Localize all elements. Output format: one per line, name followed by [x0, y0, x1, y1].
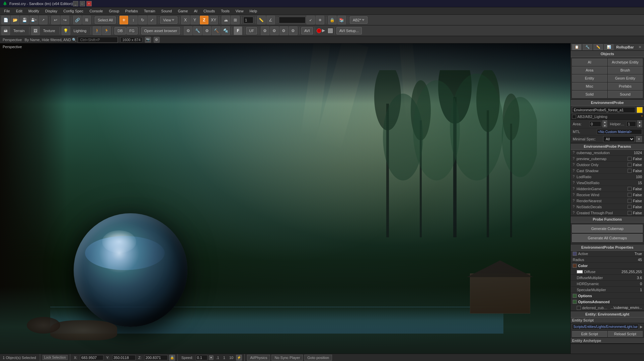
menu-modify[interactable]: Modify — [26, 8, 42, 14]
menu-file[interactable]: File — [1, 8, 13, 14]
obj-btn-brush[interactable]: Brush — [608, 67, 643, 74]
unlink-tool[interactable]: ⛓ — [82, 16, 91, 24]
undo-button[interactable]: ↩ — [51, 16, 60, 24]
y-axis-button[interactable]: Y — [190, 16, 199, 24]
settings-icon3[interactable]: ⚙ — [279, 26, 288, 35]
settings-icon1[interactable]: ⚙ — [261, 26, 269, 35]
obj-btn-prefabs[interactable]: Prefabs — [608, 83, 643, 90]
angle-tool[interactable]: ∠ — [266, 16, 275, 24]
param-outdoor-check[interactable] — [628, 163, 632, 167]
db-button[interactable]: DB — [114, 27, 126, 34]
move-tool[interactable]: ↕ — [129, 16, 138, 24]
generate-cubemap-button[interactable]: Generate Cubemap — [572, 225, 643, 233]
rollup-tab-objects[interactable]: 📋 — [572, 44, 581, 50]
f-button[interactable]: F — [234, 26, 242, 35]
menu-display[interactable]: Display — [43, 8, 60, 14]
speed-dot[interactable]: ● — [209, 355, 214, 360]
record-button[interactable] — [317, 28, 321, 33]
select-all-button[interactable]: Select All — [95, 16, 116, 24]
goto-position-button[interactable]: Goto position — [304, 355, 332, 361]
param-hidden-check[interactable] — [628, 187, 632, 191]
scale-tool[interactable]: ⤢ — [148, 16, 156, 24]
menu-console[interactable]: Console — [87, 8, 105, 14]
close-button[interactable]: × — [86, 1, 92, 6]
prop-active-check[interactable] — [573, 252, 577, 256]
menu-view[interactable]: View — [233, 8, 246, 14]
minimal-spec-btn[interactable]: ▼ — [636, 136, 642, 142]
camera-input[interactable] — [279, 17, 306, 23]
viewport-settings[interactable]: ⚙ — [154, 37, 160, 43]
menu-group[interactable]: Group — [106, 8, 122, 14]
new-button[interactable]: 📄 — [1, 16, 10, 24]
texture-mode[interactable]: Texture — [41, 26, 58, 35]
camera-btn2[interactable]: ⊕ — [316, 16, 324, 24]
obj-btn-entity[interactable]: Entity — [572, 75, 607, 82]
snapshot-button[interactable]: 📷 — [145, 37, 151, 43]
rollup-tab-edit[interactable]: ✏️ — [593, 44, 603, 50]
3d-viewport[interactable]: Perspective — [0, 43, 570, 354]
prop-color-expand[interactable] — [573, 264, 577, 268]
tb2-tool2[interactable]: 🔧 — [193, 26, 202, 35]
menu-prefabs[interactable]: Prefabs — [123, 8, 141, 14]
ai-person-icon[interactable]: 🚶 — [93, 26, 101, 35]
add-object-button[interactable]: + — [119, 16, 128, 24]
texture-icon[interactable]: 🖼 — [31, 26, 40, 35]
avi-setup-button[interactable]: AVI Setup... — [336, 27, 362, 34]
x-coord-input[interactable] — [80, 355, 103, 360]
speed-input[interactable] — [196, 355, 208, 360]
prop-options-adv-expand[interactable] — [573, 300, 577, 304]
rollup-tab-settings[interactable]: 🔧 — [583, 44, 592, 50]
menu-help[interactable]: Help — [247, 8, 260, 14]
speed-icon[interactable]: ⚡ — [236, 355, 242, 361]
param-cast-shadow-check[interactable] — [628, 169, 632, 173]
settings-icon2[interactable]: ⚙ — [270, 26, 279, 35]
tb2-tool3[interactable]: ⚙ — [203, 26, 211, 35]
link-tool[interactable]: 🔗 — [73, 16, 82, 24]
x-axis-button[interactable]: X — [181, 16, 190, 24]
menu-config-spec[interactable]: Config Spec — [61, 8, 86, 14]
area-down[interactable]: ▼ — [602, 124, 607, 127]
menu-tools[interactable]: Tools — [218, 8, 232, 14]
obj-btn-misc[interactable]: Misc — [572, 83, 607, 90]
no-sync-player-button[interactable]: No Sync Player — [271, 355, 303, 361]
xy-button[interactable]: XY — [209, 16, 218, 24]
rollup-tab-data[interactable]: 📊 — [604, 44, 614, 50]
settings-icon4[interactable]: ⚙ — [289, 26, 298, 35]
tb2-tool5[interactable]: 🔩 — [221, 26, 230, 35]
play-button[interactable]: ▶ — [322, 28, 327, 33]
entity-script-input[interactable] — [572, 324, 639, 329]
grid-input[interactable] — [243, 17, 253, 23]
lighting-mode[interactable]: Lighting — [71, 26, 89, 35]
area-input[interactable] — [589, 121, 601, 127]
tb2-tool1[interactable]: ⚙ — [184, 26, 192, 35]
open-asset-browser[interactable]: Open asset browser — [141, 27, 180, 34]
save-all-button[interactable]: 💾+ — [29, 16, 38, 24]
param-render-nearest-check[interactable] — [628, 199, 632, 203]
reload-script-button[interactable]: Reload Script — [608, 331, 643, 337]
view-dropdown[interactable]: View — [160, 16, 177, 24]
obj-btn-archetype[interactable]: Archetype Entity — [608, 58, 643, 66]
menu-edit[interactable]: Edit — [13, 8, 25, 14]
measure-tool[interactable]: 📏 — [257, 16, 266, 24]
menu-sound[interactable]: Sound — [159, 8, 175, 14]
fg-button[interactable]: FG — [127, 27, 138, 34]
menu-clouds[interactable]: Clouds — [201, 8, 218, 14]
obj-btn-geom[interactable]: Geom Entity — [608, 75, 643, 82]
edit-script-button[interactable]: Edit Script — [572, 331, 607, 337]
menu-ai[interactable]: AI — [191, 8, 200, 14]
minimize-button[interactable]: _ — [73, 1, 78, 6]
terrain-mode[interactable]: Terrain — [11, 26, 27, 35]
layer-checkbox[interactable] — [572, 115, 576, 119]
maximize-button[interactable]: □ — [80, 1, 85, 6]
obj-btn-solid[interactable]: Solid — [572, 91, 607, 98]
menu-terrain[interactable]: Terrain — [141, 8, 158, 14]
lock-btn[interactable]: 🔒 — [328, 16, 337, 24]
z-axis-button[interactable]: Z — [200, 16, 209, 24]
ai-physics-button[interactable]: AI/Physics — [247, 355, 270, 361]
rollupbar-close-button[interactable]: ✕ — [637, 44, 643, 50]
lighting-icon[interactable]: 💡 — [62, 26, 70, 35]
export-button[interactable]: ↗ — [39, 16, 48, 24]
probe-name-input[interactable] — [572, 107, 635, 113]
obj-btn-ai[interactable]: AI — [572, 58, 607, 66]
z-coord-input[interactable] — [144, 355, 168, 360]
